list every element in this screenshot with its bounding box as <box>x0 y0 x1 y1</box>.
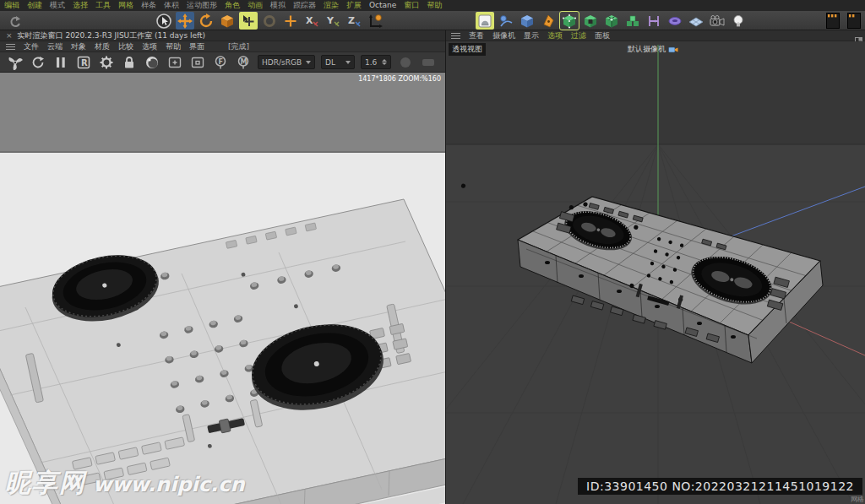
refresh-icon[interactable] <box>30 54 46 71</box>
octane-menu-item[interactable]: 对象 <box>71 41 86 52</box>
octane-menu-item[interactable]: 比较 <box>118 41 133 52</box>
rendered-model-image <box>0 73 445 504</box>
menubar-item[interactable]: 动画 <box>248 0 263 11</box>
hamburger-menu-icon[interactable] <box>451 33 460 39</box>
octane-titlebar: × 实时渲染窗口 2020.2.3-R3 JISU工作室 (11 days le… <box>0 30 445 41</box>
render-view-icon[interactable] <box>476 12 494 30</box>
render-viewport[interactable]: 1417*1806 ZOOM:%160 昵享网www.nipic.cn <box>0 73 445 504</box>
main-menubar: 编辑创建模式选择工具网格样条体积运动图形角色动画模拟跟踪器渲染扩展Octane窗… <box>0 0 865 11</box>
material-ball-icon[interactable] <box>144 54 160 71</box>
viewport-menu-item[interactable]: 显示 <box>524 30 539 41</box>
octane-menu-item[interactable]: 界面 <box>189 41 204 52</box>
menubar-item[interactable]: 编辑 <box>4 0 19 11</box>
render-resolution-info: 1417*1806 ZOOM:%160 <box>358 75 441 83</box>
film-disabled-icon[interactable] <box>420 54 437 71</box>
octane-menu-item[interactable]: 帮助 <box>166 41 181 52</box>
pen-tool-icon[interactable] <box>539 12 558 30</box>
menubar-item[interactable]: 模式 <box>50 0 65 11</box>
snap-move-icon[interactable] <box>239 12 258 30</box>
menubar-item[interactable]: 渲染 <box>324 0 339 11</box>
restart-render-icon[interactable] <box>7 54 24 71</box>
octane-menu-item[interactable]: 材质 <box>95 41 110 52</box>
x-axis-lock-icon[interactable]: X <box>302 12 321 30</box>
menubar-item[interactable]: 样条 <box>141 0 156 11</box>
spline-pen-icon[interactable] <box>497 12 515 30</box>
rotate-tool-icon[interactable] <box>197 12 215 30</box>
menubar-item[interactable]: 窗口 <box>404 0 419 11</box>
menubar-item[interactable]: 模拟 <box>270 0 286 11</box>
viewport-menu-item[interactable]: 选项 <box>547 30 563 41</box>
menubar-item[interactable]: 帮助 <box>427 0 442 11</box>
coordinate-system-icon[interactable] <box>366 12 384 30</box>
undo-icon[interactable] <box>5 12 24 30</box>
fracture-icon[interactable] <box>602 12 621 30</box>
watermark: 昵享网www.nipic.cn <box>5 466 244 501</box>
menubar-item[interactable]: 扩展 <box>346 0 362 11</box>
menubar-item[interactable]: 体积 <box>164 0 179 11</box>
svg-text:Y: Y <box>326 15 335 26</box>
spinner-arrows-icon[interactable] <box>382 59 387 65</box>
menubar-item[interactable]: Octane <box>369 0 396 11</box>
floor-icon[interactable] <box>687 12 705 30</box>
menubar-item[interactable]: 角色 <box>225 0 240 11</box>
menubar-item[interactable]: 创建 <box>27 0 42 11</box>
focus-pick-icon[interactable]: F <box>212 54 229 71</box>
svg-text:Z: Z <box>348 15 355 26</box>
octane-window-title: 实时渲染窗口 2020.2.3-R3 JISU工作室 (11 days left… <box>18 30 206 41</box>
pause-icon[interactable] <box>52 54 69 71</box>
boole-icon[interactable] <box>581 12 600 30</box>
menubar-item[interactable]: 选择 <box>73 0 88 11</box>
region-render-icon[interactable]: R <box>75 54 92 71</box>
close-icon[interactable]: × <box>6 31 13 40</box>
exposure-stepper[interactable]: 1.6 <box>361 55 391 69</box>
axis-cross-icon[interactable] <box>281 12 300 30</box>
chevron-down-icon <box>306 61 311 64</box>
y-axis-lock-icon[interactable]: Y <box>324 12 342 30</box>
octane-menu-item[interactable]: 云端 <box>47 41 63 52</box>
menubar-item[interactable]: 运动图形 <box>187 0 217 11</box>
live-selection-icon[interactable] <box>155 12 173 30</box>
sphere-disabled-icon[interactable] <box>397 54 414 71</box>
array-icon[interactable] <box>623 12 642 30</box>
hamburger-menu-icon[interactable] <box>6 44 15 50</box>
menubar-item[interactable]: 网格 <box>118 0 133 11</box>
subdivision-surface-icon[interactable] <box>560 12 579 30</box>
viewport-menu-item[interactable]: 查看 <box>469 30 484 41</box>
viewport-3d-canvas[interactable]: 透视视图 默认摄像机 ID:33901450 NO:20220321211451… <box>446 41 865 504</box>
octane-menubar: 文件云端对象材质比较选项帮助界面 [完成] <box>0 41 445 52</box>
image-id-bar: ID:33901450 NO:20220321211451019122 <box>578 478 862 495</box>
texture-slot-2-icon[interactable] <box>845 12 863 30</box>
add-box-icon[interactable] <box>166 54 183 71</box>
cube-primitive-icon[interactable] <box>518 12 536 30</box>
nurbs-icon[interactable] <box>666 12 684 30</box>
color-space-dropdown[interactable]: HDR/sRGB <box>258 55 315 69</box>
z-axis-lock-icon[interactable]: Z <box>345 12 363 30</box>
octane-menu-item[interactable]: 选项 <box>142 41 157 52</box>
kernel-dropdown[interactable]: DL <box>321 55 355 69</box>
settings-gear-icon[interactable] <box>98 54 115 71</box>
disabled-ring-icon[interactable] <box>260 12 279 30</box>
render-status: [完成] <box>228 41 249 52</box>
move-tool-icon[interactable] <box>176 12 194 30</box>
lock-resolution-icon[interactable] <box>121 54 138 71</box>
viewport-menu-item[interactable]: 面板 <box>595 30 610 41</box>
spline-divider-icon[interactable] <box>645 12 663 30</box>
octane-menu-item[interactable]: 文件 <box>24 41 39 52</box>
corner-label: 网格 <box>851 495 864 504</box>
object-box-icon[interactable] <box>189 54 206 71</box>
viewport-menu-item[interactable]: 摄像机 <box>492 30 515 41</box>
viewport-3d-panel: 查看摄像机显示选项过滤面板 <box>445 30 865 504</box>
camera-icon[interactable] <box>708 12 726 30</box>
light-icon[interactable] <box>729 12 748 30</box>
watermark-url: www.nipic.cn <box>93 473 244 496</box>
menubar-item[interactable]: 工具 <box>95 0 111 11</box>
chevron-down-icon <box>345 61 351 64</box>
material-pick-icon[interactable]: M <box>235 54 252 71</box>
viewport-menu-item[interactable]: 过滤 <box>571 30 586 41</box>
view-label[interactable]: 透视视图 <box>449 43 486 56</box>
application-window: 编辑创建模式选择工具网格样条体积运动图形角色动画模拟跟踪器渲染扩展Octane窗… <box>0 0 865 504</box>
scale-tool-icon[interactable] <box>218 12 237 30</box>
octane-toolbar: R F M HDR/sRGB <box>0 52 445 73</box>
texture-slot-1-icon[interactable] <box>824 12 842 30</box>
menubar-item[interactable]: 跟踪器 <box>293 0 316 11</box>
